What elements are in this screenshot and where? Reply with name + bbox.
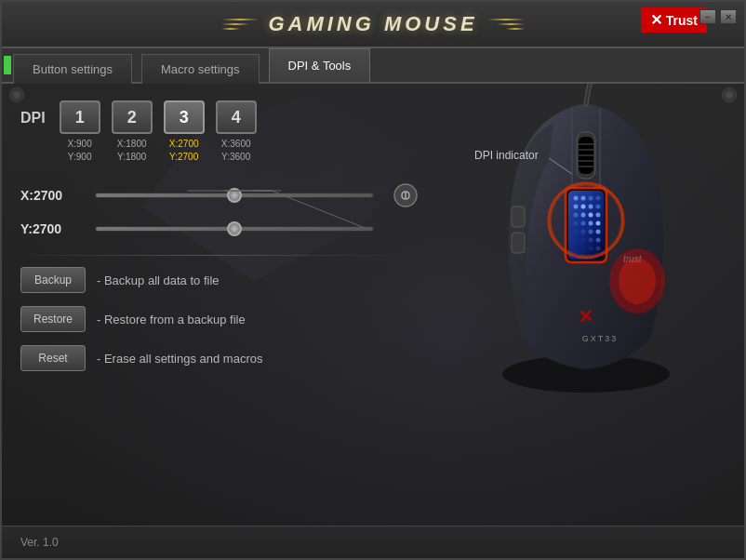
title-decoration: GAMING MOUSE — [221, 12, 524, 36]
version-text: Ver. 1.0 — [20, 536, 59, 549]
logo-x-icon: ✕ — [650, 11, 662, 29]
trust-logo: ✕ Trust — [641, 7, 707, 33]
link-icon[interactable] — [393, 182, 419, 208]
close-button[interactable]: ✕ — [720, 9, 737, 24]
x-slider-row: X:2700 — [20, 182, 726, 208]
title-line — [487, 19, 525, 20]
dpi-section-label: DPI — [20, 110, 46, 127]
title-line — [506, 28, 525, 30]
window-controls: − ✕ — [699, 9, 737, 24]
dpi-button-1[interactable]: 1 — [60, 100, 100, 134]
sliders-section: X:2700 Y:2700 — [20, 182, 726, 236]
title-line — [221, 19, 259, 20]
dpi-buttons: 1 X:900 Y:900 2 X:1800 Y:1800 — [60, 100, 257, 164]
tab-button-settings[interactable]: Button settings — [13, 54, 132, 84]
actions-section: Backup - Backup all data to file Restore… — [20, 267, 726, 371]
app-window: GAMING MOUSE ✕ Trust − ✕ Button settings… — [0, 0, 746, 560]
dpi-button-4[interactable]: 4 — [216, 100, 257, 134]
tabs-bar: Button settings Macro settings DPI & Too… — [2, 48, 744, 84]
title-line — [497, 23, 525, 25]
app-title: GAMING MOUSE — [268, 12, 477, 36]
tab-dpi-tools[interactable]: DPI & Tools — [269, 48, 371, 82]
version-bar: Ver. 1.0 — [2, 526, 744, 558]
dpi-btn-group-1: 1 X:900 Y:900 — [60, 100, 100, 164]
title-lines-right — [487, 19, 525, 30]
dpi-button-3[interactable]: 3 — [164, 100, 205, 134]
separator-line — [20, 255, 393, 256]
dpi-btn-group-4: 4 X:3600 Y:3600 — [216, 100, 257, 164]
x-slider-label: X:2700 — [20, 188, 86, 203]
backup-button[interactable]: Backup — [20, 267, 86, 293]
dpi-values-4: X:3600 Y:3600 — [221, 138, 251, 164]
restore-button[interactable]: Restore — [20, 306, 86, 332]
x-slider[interactable] — [95, 193, 374, 198]
dpi-btn-group-2: 2 X:1800 Y:1800 — [112, 100, 153, 164]
y-slider[interactable] — [95, 226, 374, 232]
logo-text: Trust — [666, 13, 698, 28]
dpi-values-2: X:1800 Y:1800 — [117, 138, 147, 164]
backup-description: - Backup all data to file — [97, 273, 220, 287]
dpi-section: DPI 1 X:900 Y:900 2 — [20, 100, 726, 164]
backup-action-row: Backup - Backup all data to file — [20, 267, 726, 293]
title-line — [221, 28, 240, 30]
dpi-button-2[interactable]: 2 — [112, 100, 153, 134]
y-slider-label: Y:2700 — [20, 221, 86, 236]
restore-description: - Restore from a backup file — [97, 313, 246, 327]
title-bar: GAMING MOUSE ✕ Trust − ✕ — [2, 2, 744, 48]
restore-action-row: Restore - Restore from a backup file — [20, 306, 726, 332]
reset-description: - Erase all settings and macros — [97, 352, 262, 366]
dpi-values-3: X:2700 Y:2700 — [169, 138, 199, 164]
reset-button[interactable]: Reset — [20, 345, 86, 371]
title-line — [221, 23, 249, 25]
minimize-button[interactable]: − — [699, 9, 716, 24]
dpi-values-1: X:900 Y:900 — [68, 138, 92, 164]
tab-macro-settings[interactable]: Macro settings — [141, 54, 260, 84]
active-tab-indicator — [4, 56, 11, 74]
title-lines-left — [221, 19, 259, 30]
dpi-btn-group-3: 3 X:2700 Y:2700 — [164, 100, 205, 164]
reset-action-row: Reset - Erase all settings and macros — [20, 345, 726, 371]
y-slider-row: Y:2700 — [20, 221, 726, 236]
